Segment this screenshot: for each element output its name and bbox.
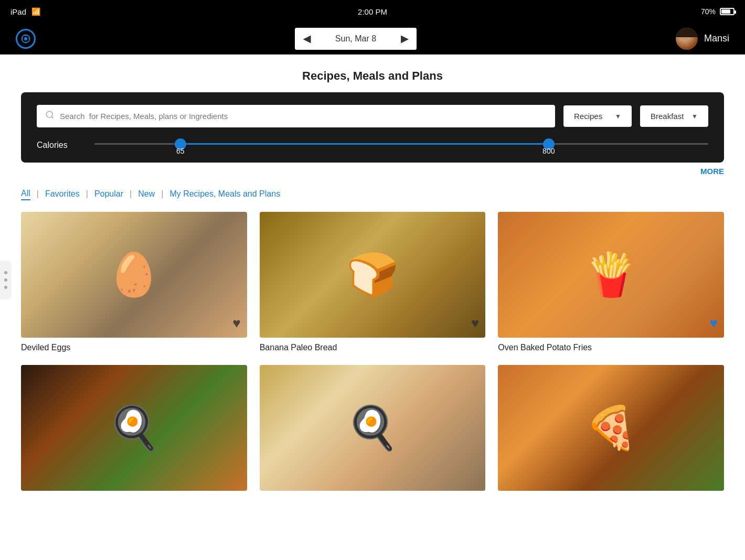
nav-bar: ◀ Sun, Mar 8 ▶ Mansi [0,23,745,55]
breakfast-dropdown[interactable]: Breakfast ▼ [640,105,708,127]
tab-all[interactable]: All [21,188,30,200]
calories-row: Calories 65 800 [37,138,708,152]
status-time: 2:00 PM [358,7,387,16]
slider-track [94,143,708,145]
user-name: Mansi [704,33,729,44]
search-icon [45,110,55,122]
dot-2 [4,278,7,282]
status-right: 70% [701,7,735,16]
device-label: iPad [10,7,26,16]
recipe-title-deviled-eggs: Deviled Eggs [21,343,247,352]
recipe-card-banana-bread[interactable]: ♥ Banana Paleo Bread [260,212,486,352]
recipe-card-breakfast[interactable] [260,365,486,496]
battery-icon [720,8,735,15]
status-left: iPad 📶 [10,7,40,16]
recipes-dropdown[interactable]: Recipes ▼ [563,105,632,127]
next-date-button[interactable]: ▶ [392,28,417,50]
recipe-title-potato-fries: Oven Baked Potato Fries [498,343,724,352]
page-title-area: Recipes, Meals and Plans [0,55,745,92]
gps-icon [16,29,36,49]
wifi-icon: 📶 [31,7,40,16]
svg-point-1 [25,37,27,40]
filter-tabs: All | Favorites | Popular | New | My Rec… [0,176,745,208]
user-area: Mansi [676,28,729,50]
calories-min-value: 65 [176,147,185,155]
svg-point-6 [46,111,52,117]
recipe-card-deviled-eggs[interactable]: ♥ Deviled Eggs [21,212,247,352]
search-section: Recipes ▼ Breakfast ▼ Calories 65 800 [21,92,724,163]
calories-label: Calories [37,141,84,150]
calories-max-value: 800 [542,147,555,155]
heart-icon-deviled-eggs[interactable]: ♥ [232,315,240,331]
avatar [676,28,698,50]
recipe-image-deviled-eggs: ♥ [21,212,247,338]
tab-popular[interactable]: Popular [94,188,123,200]
status-bar: iPad 📶 2:00 PM 70% [0,0,745,23]
recipes-dropdown-arrow: ▼ [615,113,621,120]
prev-date-button[interactable]: ◀ [295,28,319,50]
page-title: Recipes, Meals and Plans [0,69,745,83]
more-row: MORE [21,167,724,176]
heart-icon-potato-fries[interactable]: ♥ [710,315,718,331]
recipe-image-pizza [498,365,724,491]
recipe-card-stir-fry[interactable] [21,365,247,496]
slider-fill [180,143,549,145]
dot-3 [4,286,7,289]
recipe-image-stir-fry [21,365,247,491]
recipe-card-potato-fries[interactable]: ♥ Oven Baked Potato Fries [498,212,724,352]
recipe-title-banana-bread: Banana Paleo Bread [260,343,486,352]
calories-slider[interactable]: 65 800 [94,138,708,152]
dot-1 [4,271,7,274]
breakfast-dropdown-arrow: ▼ [691,113,698,120]
tab-favorites[interactable]: Favorites [45,188,80,200]
more-link[interactable]: MORE [700,167,724,176]
recipe-image-potato-fries: ♥ [498,212,724,338]
nav-left [16,29,36,49]
recipe-image-banana-bread: ♥ [260,212,486,338]
tab-my-recipes[interactable]: My Recipes, Meals and Plans [169,188,280,200]
battery-percentage: 70% [701,7,716,16]
side-dots [0,261,12,299]
date-nav: ◀ Sun, Mar 8 ▶ [295,28,417,50]
date-label: Sun, Mar 8 [319,29,392,49]
search-box[interactable] [37,105,555,127]
search-row: Recipes ▼ Breakfast ▼ [37,105,708,127]
recipe-card-pizza[interactable] [498,365,724,496]
recipe-image-breakfast [260,365,486,491]
heart-icon-banana-bread[interactable]: ♥ [471,315,479,331]
tab-new[interactable]: New [138,188,155,200]
recipe-grid: ♥ Deviled Eggs ♥ Banana Paleo Bread ♥ Ov… [0,212,745,496]
svg-line-7 [51,116,53,118]
search-input[interactable] [60,112,547,121]
